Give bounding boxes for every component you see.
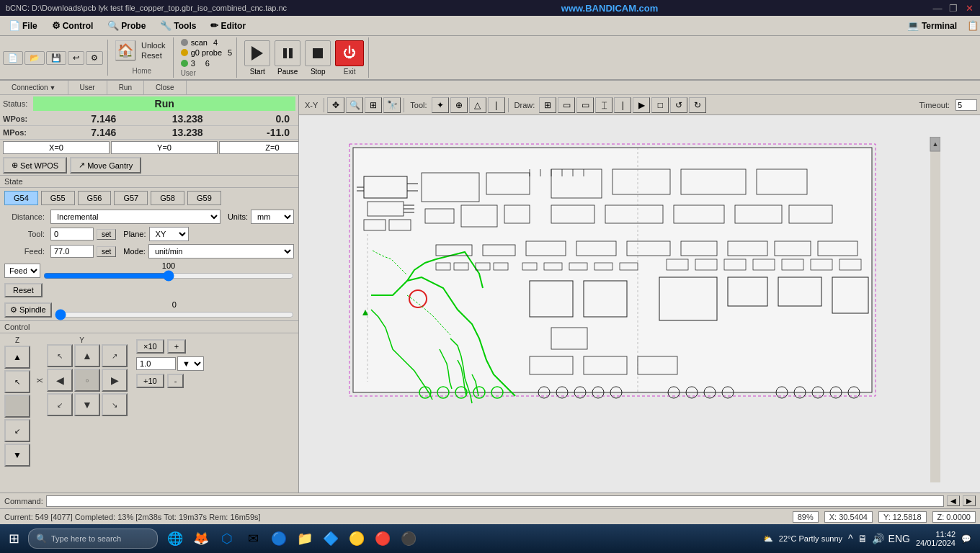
plane-select[interactable]: XY XZ YZ — [149, 227, 189, 241]
minimize-button[interactable]: — — [932, 3, 943, 13]
taskbar-mail[interactable]: ✉ — [241, 527, 264, 550]
user-tab[interactable]: User — [68, 81, 107, 94]
vt-draw6[interactable]: ▶ — [633, 97, 650, 113]
move-gantry-button[interactable]: ↗ Move Gantry — [70, 157, 141, 174]
taskbar-app4[interactable]: ⚫ — [397, 527, 420, 550]
pause-button[interactable] — [275, 40, 300, 66]
toolbar-undo[interactable]: ↩ — [68, 51, 84, 65]
taskbar-edge[interactable]: ⬡ — [215, 527, 239, 550]
taskbar-app3[interactable]: 🔴 — [371, 527, 394, 550]
chevron-icon[interactable]: ^ — [848, 533, 853, 544]
vt-draw8[interactable]: ↺ — [670, 97, 687, 113]
xy-downright-button[interactable]: ↘ — [102, 393, 128, 416]
feed-set-button[interactable]: set — [97, 246, 116, 257]
toolbar-settings[interactable]: ⚙ — [86, 51, 103, 65]
toolbar-open[interactable]: 📂 — [24, 51, 45, 65]
home-button[interactable]: 🏠 — [115, 40, 135, 60]
taskbar-files[interactable]: 📁 — [293, 527, 316, 550]
taskbar-app2[interactable]: 🟡 — [345, 527, 368, 550]
set-wpos-button[interactable]: ⊕ Set WPOS — [3, 157, 67, 174]
toolbar-save[interactable]: 💾 — [46, 51, 66, 65]
start-menu-button[interactable]: ⊞ — [3, 528, 25, 549]
cmd-scroll-right[interactable]: ▶ — [963, 495, 976, 506]
vt-tool1[interactable]: ✦ — [432, 97, 449, 113]
feed-slider[interactable] — [43, 271, 294, 280]
tool-set-button[interactable]: set — [97, 229, 116, 240]
taskbar-chrome[interactable]: 🔵 — [267, 527, 290, 550]
taskbar-firefox[interactable]: 🦊 — [190, 527, 213, 550]
z-down-button[interactable]: ▼ — [4, 444, 30, 467]
z-up-button[interactable]: ▲ — [4, 346, 30, 369]
network-icon[interactable]: 🖥 — [858, 533, 868, 544]
vt-draw5[interactable]: | — [614, 97, 631, 113]
spindle-slider[interactable] — [55, 310, 294, 319]
command-input[interactable] — [46, 495, 944, 507]
vt-draw4[interactable]: ⌶ — [595, 97, 612, 113]
xy-right-button[interactable]: ▶ — [102, 369, 128, 392]
pcb-canvas[interactable]: ▲ — [299, 115, 980, 493]
vt-tool2[interactable]: ⊕ — [450, 97, 468, 113]
reset-button-main[interactable]: Reset — [4, 283, 43, 297]
z-downleft-button[interactable]: ↙ — [4, 419, 30, 442]
vt-draw2[interactable]: ▭ — [558, 97, 575, 113]
step-value-input[interactable] — [136, 357, 176, 370]
vt-tool3[interactable]: △ — [469, 97, 486, 113]
vt-tool4[interactable]: | — [488, 97, 505, 113]
volume-icon[interactable]: 🔊 — [872, 533, 884, 544]
tab-g59[interactable]: G59 — [187, 191, 221, 205]
units-select[interactable]: mm inch — [251, 210, 294, 224]
xy-left-button[interactable]: ◀ — [47, 369, 73, 392]
tab-g57[interactable]: G57 — [114, 191, 148, 205]
step-dropdown[interactable]: ▼ — [177, 356, 204, 371]
menu-control[interactable]: ⚙ Control — [45, 16, 101, 35]
vt-zoom-out[interactable]: 🔭 — [383, 97, 401, 113]
vt-draw1[interactable]: ⊞ — [539, 97, 556, 113]
xy-downleft-button[interactable]: ↙ — [47, 393, 73, 416]
tab-g58[interactable]: G58 — [151, 191, 184, 205]
menu-file[interactable]: 📄 File — [1, 16, 45, 35]
cmd-scroll-left[interactable]: ◀ — [947, 495, 960, 506]
x-input[interactable] — [3, 141, 110, 154]
taskbar-explorer[interactable]: 🌐 — [164, 527, 187, 550]
step-minus-button[interactable]: - — [167, 374, 184, 388]
menu-terminal[interactable]: 💻 Terminal — [900, 19, 964, 32]
step-plus10-button[interactable]: +10 — [136, 374, 164, 388]
vt-draw3[interactable]: ▭ — [576, 97, 594, 113]
menu-editor[interactable]: ✏ Editor — [203, 16, 253, 35]
reset-button[interactable]: Reset — [138, 50, 169, 60]
tab-g56[interactable]: G56 — [78, 191, 112, 205]
step-x10-button[interactable]: ×10 — [136, 339, 164, 354]
tab-g55[interactable]: G55 — [41, 191, 75, 205]
lang-icon[interactable]: ENG — [888, 533, 910, 544]
distance-select[interactable]: Incremental Continuous Fixed Step — [50, 210, 220, 224]
menu-probe[interactable]: 🔍 Probe — [100, 16, 153, 35]
xy-down-button[interactable]: ▼ — [74, 393, 100, 416]
toolbar-new[interactable]: 📄 — [3, 51, 23, 65]
taskbar-search[interactable]: 🔍 Type here to search — [28, 529, 158, 549]
stop-button[interactable] — [305, 40, 331, 66]
tool-input[interactable] — [50, 228, 94, 240]
start-button[interactable] — [244, 40, 270, 66]
vt-move-tool[interactable]: ✥ — [327, 97, 344, 113]
tab-g54[interactable]: G54 — [4, 191, 38, 205]
notification-icon[interactable]: 💬 — [961, 534, 971, 544]
xy-center-button[interactable]: ○ — [74, 369, 100, 392]
clock[interactable]: 11:42 24/01/2024 — [916, 530, 956, 547]
spindle-button[interactable]: ⚙ Spindle — [4, 302, 52, 318]
close-button[interactable]: ✕ — [964, 3, 974, 13]
timeout-input[interactable] — [956, 99, 977, 111]
vt-draw9[interactable]: ↻ — [689, 97, 706, 113]
xy-upright-button[interactable]: ↗ — [102, 344, 128, 367]
step-plus-button[interactable]: + — [167, 339, 186, 354]
run-tab[interactable]: Run — [107, 81, 144, 94]
xy-upleft-button[interactable]: ↖ — [47, 344, 73, 367]
mode-select[interactable]: unit/min unit/rev — [148, 244, 294, 258]
connection-tab[interactable]: Connection ▼ — [0, 81, 68, 94]
xy-up-button[interactable]: ▲ — [74, 344, 100, 367]
feed-input[interactable] — [50, 245, 94, 258]
vt-draw7[interactable]: □ — [651, 97, 669, 113]
vt-zoom-fit[interactable]: ⊞ — [365, 97, 382, 113]
z-input[interactable] — [219, 141, 299, 154]
feed-type-select[interactable]: Feed — [4, 264, 40, 278]
z-upleft-button[interactable]: ↖ — [4, 370, 30, 393]
